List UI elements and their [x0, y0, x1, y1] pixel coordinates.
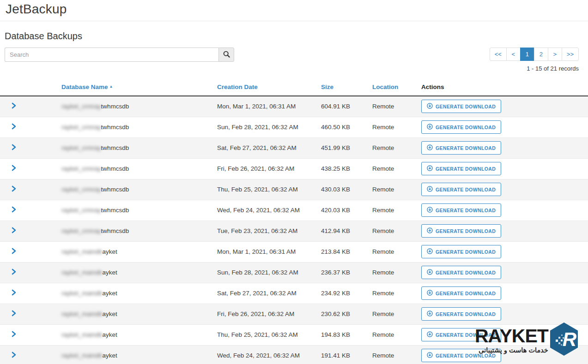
page-button-1[interactable]: 1	[520, 48, 534, 61]
database-name-redacted: rayket_crmray	[61, 165, 101, 172]
table-row: rayket_crmraytwhmcsdb Wed, Feb 24, 2021,…	[0, 200, 588, 221]
search-button[interactable]	[218, 48, 234, 62]
creation-date-cell: Wed, Feb 24, 2021, 06:32 AM	[217, 345, 321, 364]
table-row: rayket_crmraytwhmcsdb Mon, Mar 1, 2021, …	[0, 96, 588, 117]
expand-cell	[0, 345, 61, 364]
download-circle-icon	[427, 227, 433, 234]
download-circle-icon	[427, 207, 433, 214]
download-circle-icon	[427, 269, 433, 276]
controls-row: <<<12>>> 1 - 15 of 21 records	[5, 48, 583, 72]
chevron-right-icon[interactable]	[12, 331, 16, 337]
creation-date-cell: Thu, Feb 25, 2021, 06:32 AM	[217, 324, 321, 345]
chevron-right-icon[interactable]	[12, 310, 16, 316]
search-group	[5, 48, 234, 62]
generate-download-button[interactable]: GENERATE DOWNLOAD	[421, 349, 501, 362]
expand-cell	[0, 221, 61, 241]
location-cell: Remote	[372, 304, 421, 324]
size-cell: 236.37 KB	[321, 262, 372, 283]
download-circle-icon	[427, 248, 433, 255]
search-input[interactable]	[5, 48, 218, 62]
creation-date-cell: Mon, Mar 1, 2021, 06:31 AM	[217, 96, 321, 117]
column-actions: Actions	[421, 78, 588, 96]
page-button-last[interactable]: >>	[562, 48, 579, 61]
generate-download-label: GENERATE DOWNLOAD	[436, 125, 496, 130]
creation-date-cell: Mon, Mar 1, 2021, 06:31 AM	[217, 241, 321, 262]
download-circle-icon	[427, 186, 433, 193]
location-cell: Remote	[372, 179, 421, 200]
generate-download-button[interactable]: GENERATE DOWNLOAD	[421, 203, 501, 217]
database-name-redacted: rayket_maindb	[61, 269, 103, 276]
chevron-right-icon[interactable]	[12, 165, 16, 171]
generate-download-button[interactable]: GENERATE DOWNLOAD	[421, 245, 501, 258]
expand-cell	[0, 324, 61, 345]
page-button-next[interactable]: >	[548, 48, 562, 61]
database-name-visible: ayket	[103, 310, 117, 317]
generate-download-label: GENERATE DOWNLOAD	[436, 270, 496, 275]
generate-download-button[interactable]: GENERATE DOWNLOAD	[421, 120, 501, 134]
column-database-name[interactable]: Database Name▲	[61, 78, 217, 96]
chevron-right-icon[interactable]	[12, 123, 16, 130]
database-name-visible: ayket	[103, 269, 117, 276]
generate-download-button[interactable]: GENERATE DOWNLOAD	[421, 224, 501, 238]
pagination: <<<12>>>	[490, 48, 579, 61]
expand-cell	[0, 117, 61, 137]
size-cell: 438.25 KB	[321, 158, 372, 179]
chevron-right-icon[interactable]	[12, 269, 16, 275]
location-cell: Remote	[372, 283, 421, 304]
page-button-first[interactable]: <<	[490, 48, 507, 61]
database-name-cell: rayket_maindbayket	[61, 324, 217, 345]
size-cell: 230.62 KB	[321, 304, 372, 324]
column-creation-date[interactable]: Creation Date	[217, 78, 321, 96]
creation-date-cell: Thu, Feb 25, 2021, 06:32 AM	[217, 179, 321, 200]
generate-download-button[interactable]: GENERATE DOWNLOAD	[421, 162, 501, 175]
column-location[interactable]: Location	[372, 78, 421, 96]
location-cell: Remote	[372, 241, 421, 262]
chevron-right-icon[interactable]	[12, 206, 16, 213]
generate-download-button[interactable]: GENERATE DOWNLOAD	[421, 183, 501, 196]
database-name-redacted: rayket_crmray	[61, 124, 101, 131]
generate-download-button[interactable]: GENERATE DOWNLOAD	[421, 307, 501, 321]
table-row: rayket_maindbayket Sun, Feb 28, 2021, 06…	[0, 262, 588, 283]
records-summary: 1 - 15 of 21 records	[490, 65, 579, 72]
database-name-redacted: rayket_maindb	[61, 248, 103, 255]
table-row: rayket_crmraytwhmcsdb Sat, Feb 27, 2021,…	[0, 137, 588, 158]
generate-download-button[interactable]: GENERATE DOWNLOAD	[421, 328, 501, 341]
size-cell: 194.83 KB	[321, 324, 372, 345]
creation-date-cell: Sat, Feb 27, 2021, 06:32 AM	[217, 283, 321, 304]
chevron-right-icon[interactable]	[12, 144, 16, 150]
generate-download-label: GENERATE DOWNLOAD	[436, 228, 496, 234]
actions-cell: GENERATE DOWNLOAD	[421, 96, 588, 117]
download-circle-icon	[427, 103, 433, 110]
creation-date-cell: Sat, Feb 27, 2021, 06:32 AM	[217, 137, 321, 158]
column-size[interactable]: Size	[321, 78, 372, 96]
size-cell: 430.03 KB	[321, 179, 372, 200]
chevron-right-icon[interactable]	[12, 102, 16, 109]
app-title: JetBackup	[6, 2, 582, 17]
database-name-visible: twhmcsdb	[101, 207, 129, 214]
generate-download-button[interactable]: GENERATE DOWNLOAD	[421, 286, 501, 300]
creation-date-cell: Fri, Feb 26, 2021, 06:32 AM	[217, 304, 321, 324]
actions-cell: GENERATE DOWNLOAD	[421, 200, 588, 221]
database-name-redacted: rayket_crmray	[61, 186, 101, 193]
download-circle-icon	[427, 165, 433, 172]
generate-download-button[interactable]: GENERATE DOWNLOAD	[421, 100, 501, 113]
table-row: rayket_maindbayket Thu, Feb 25, 2021, 06…	[0, 324, 588, 345]
download-circle-icon	[427, 290, 433, 297]
page-button-prev[interactable]: <	[506, 48, 521, 61]
chevron-right-icon[interactable]	[12, 248, 16, 254]
size-cell: 234.92 KB	[321, 283, 372, 304]
generate-download-button[interactable]: GENERATE DOWNLOAD	[421, 141, 501, 155]
expand-cell	[0, 137, 61, 158]
chevron-right-icon[interactable]	[12, 352, 16, 358]
actions-cell: GENERATE DOWNLOAD	[421, 137, 588, 158]
table-row: rayket_crmraytwhmcsdb Tue, Feb 23, 2021,…	[0, 221, 588, 241]
page-button-2[interactable]: 2	[534, 48, 548, 61]
actions-cell: GENERATE DOWNLOAD	[421, 117, 588, 137]
generate-download-button[interactable]: GENERATE DOWNLOAD	[421, 266, 501, 279]
chevron-right-icon[interactable]	[12, 185, 16, 192]
chevron-right-icon[interactable]	[12, 227, 16, 233]
location-cell: Remote	[372, 96, 421, 117]
database-name-cell: rayket_crmraytwhmcsdb	[61, 221, 217, 241]
database-name-redacted: rayket_maindb	[61, 352, 103, 359]
chevron-right-icon[interactable]	[12, 289, 16, 296]
